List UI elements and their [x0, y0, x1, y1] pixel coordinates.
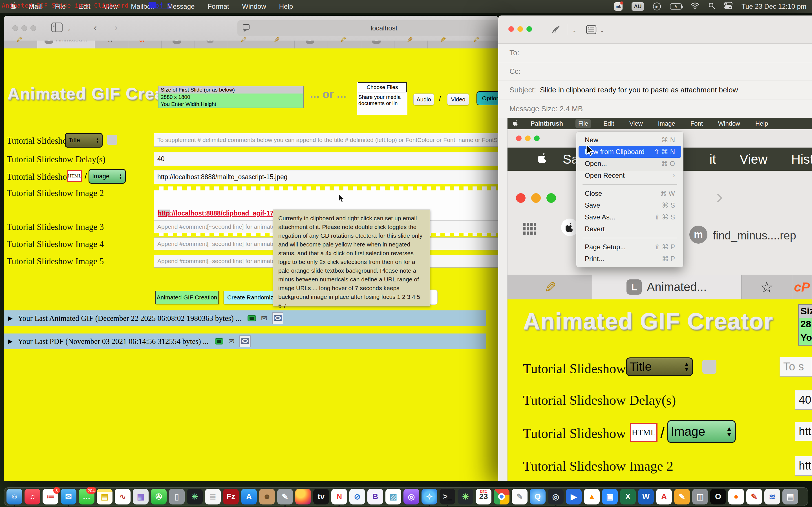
dock-item[interactable]: ✳ — [187, 489, 203, 504]
dock-item[interactable]: 23 — [476, 489, 492, 504]
menu-item[interactable]: Edit — [601, 119, 617, 128]
file-menu-item[interactable]: Open...⌘ O — [578, 158, 681, 170]
dock-item[interactable]: B — [367, 489, 383, 504]
dock-item[interactable]: ✳ — [458, 489, 473, 504]
dock-item[interactable]: ≔ 3 — [43, 489, 58, 504]
file-menu-item[interactable]: Print...⌘ P — [578, 253, 681, 265]
title-select[interactable]: Title▲▼ — [65, 133, 103, 148]
now-playing-icon[interactable]: ▶ — [653, 3, 661, 10]
menu-item[interactable]: Window — [715, 119, 743, 128]
dock-item[interactable]: ▤ — [782, 489, 798, 504]
file-menu-item[interactable]: Save As...⇧ ⌘ S — [578, 211, 681, 223]
subject-field[interactable]: Subject:Slide in clipboard ready for you… — [498, 81, 812, 100]
battery-icon[interactable]: ϟ — [670, 3, 682, 10]
menu-item[interactable]: Help — [753, 119, 771, 128]
dock-item[interactable]: >_ — [440, 489, 455, 504]
slide1-url-input[interactable] — [154, 170, 498, 184]
dock-item[interactable]: ✎ — [277, 489, 293, 504]
file-menu-item[interactable]: New⌘ N — [578, 134, 681, 146]
clipboard-image-link[interactable]: http://localhost:8888/clipboad_agif-17.p… — [158, 210, 287, 217]
dock-item[interactable]: ∿ — [115, 489, 131, 504]
email-small-icon[interactable]: ✉ — [229, 337, 235, 346]
wifi-icon[interactable] — [691, 2, 699, 11]
file-menu-item[interactable]: Close⌘ W — [578, 187, 681, 200]
image-select[interactable]: Image▲▼ — [89, 169, 126, 184]
html-toggle-button[interactable]: HTML — [67, 170, 82, 182]
dock-item[interactable]: … 204 — [79, 489, 94, 504]
dock-item[interactable]: ♫ — [24, 489, 40, 504]
file-menu-item[interactable]: Page Setup...⇧ ⌘ P — [578, 241, 681, 253]
dock-item[interactable] — [295, 489, 311, 504]
app-status-icon[interactable]: mk — [614, 2, 622, 11]
dock-item[interactable]: A — [656, 489, 672, 504]
dock-item[interactable]: ✎ — [674, 489, 690, 504]
dock-item[interactable]: ✎ — [512, 489, 527, 504]
menu-item[interactable]: Message — [167, 3, 195, 10]
dock-item[interactable]: ▨ — [386, 489, 401, 504]
dock-item[interactable] — [494, 489, 509, 504]
size-option-custom[interactable]: You Enter Width,Height — [158, 101, 303, 108]
dock-item[interactable]: ✧ — [421, 489, 437, 504]
animated-gif-creation-button[interactable]: Animated GIF Creation — [155, 291, 218, 304]
zoom-button[interactable] — [31, 25, 36, 31]
dock-item[interactable]: ≣ — [205, 489, 221, 504]
forward-button[interactable]: › — [114, 22, 117, 33]
back-button[interactable]: ‹ — [94, 22, 97, 33]
file-menu-item[interactable]: Save⌘ S — [578, 200, 681, 211]
delay-input[interactable] — [154, 152, 498, 166]
last-gif-bar[interactable]: ▶ Your Last Animated GIF (December 22 20… — [4, 311, 486, 326]
minimize-button[interactable] — [525, 135, 530, 141]
dock-item[interactable]: A — [241, 489, 257, 504]
dock-item[interactable]: ◫ — [692, 489, 708, 504]
file-menu-item[interactable]: New from Clipboard⇧ ⌘ N — [578, 146, 681, 158]
paintbrush-app-menu[interactable]: Paintbrush — [528, 119, 566, 128]
apple-menu-icon[interactable] — [513, 120, 518, 128]
dock-item[interactable]: Fz — [223, 489, 239, 504]
dock-item[interactable]: tv — [313, 489, 329, 504]
dock-item[interactable]: O — [710, 489, 726, 504]
last-pdf-bar[interactable]: ▶ Your Last PDF (November 03 2021 06:14:… — [4, 334, 486, 349]
page-format-icon[interactable] — [243, 24, 250, 34]
screenshot-attachment[interactable]: Paintbrush FileEditViewImageFontWindowHe… — [507, 118, 812, 481]
menu-bar-clock[interactable]: Tue 23 Dec 12:10 pm — [742, 3, 806, 10]
dock-item[interactable]: ▣ — [602, 489, 618, 504]
menu-item[interactable]: File — [575, 119, 591, 128]
dock-item[interactable]: ≋ — [764, 489, 780, 504]
sidebar-chevron-icon[interactable]: ⌄ — [66, 25, 71, 32]
email-large-icon[interactable]: ✉ — [272, 313, 284, 324]
minimize-button[interactable] — [517, 26, 523, 32]
search-icon[interactable] — [708, 2, 715, 11]
options-button[interactable]: Options — [476, 91, 498, 105]
video-button[interactable]: Video — [447, 94, 469, 105]
dock-item[interactable]: ▲ — [584, 489, 600, 504]
menu-item[interactable]: View — [626, 119, 645, 128]
file-menu-item[interactable]: Revert — [578, 223, 681, 235]
dock-item[interactable]: ✉ — [61, 489, 77, 504]
audio-button[interactable]: Audio — [413, 94, 434, 105]
zoom-button[interactable] — [526, 26, 532, 32]
row1-color-swatch[interactable] — [107, 135, 117, 145]
cc-field[interactable]: Cc: — [498, 62, 812, 81]
dock-item[interactable]: ▯ — [169, 489, 185, 504]
menu-item[interactable]: Help — [279, 3, 293, 10]
to-field[interactable]: To: — [498, 44, 812, 62]
file-menu-item[interactable] — [582, 184, 677, 185]
dock-item[interactable]: N — [331, 489, 347, 504]
size-of-first-slide-select[interactable]: Size of First Slide (or as below) 2880 x… — [158, 86, 304, 108]
dock-item[interactable]: ◎ — [403, 489, 419, 504]
dock-item[interactable]: ☺ — [6, 489, 22, 504]
choose-files-button[interactable]: Choose Files — [358, 82, 407, 93]
dock-item[interactable]: W — [638, 489, 654, 504]
dock-item[interactable]: ⊘ — [349, 489, 365, 504]
file-menu-item[interactable]: Open Recent› — [578, 170, 681, 181]
close-button[interactable] — [12, 25, 18, 31]
email-large-icon[interactable]: ✉ — [239, 335, 251, 347]
sidebar-icon[interactable] — [51, 22, 63, 33]
email-small-icon[interactable]: ✉ — [261, 314, 267, 323]
dock-item[interactable]: ▤ — [97, 489, 112, 504]
dock-item[interactable]: ☻ — [259, 489, 275, 504]
dock-item[interactable]: ▶ — [566, 489, 581, 504]
zoom-button[interactable] — [534, 135, 540, 141]
device-preview-icon[interactable] — [215, 338, 223, 344]
close-button[interactable] — [516, 135, 522, 141]
